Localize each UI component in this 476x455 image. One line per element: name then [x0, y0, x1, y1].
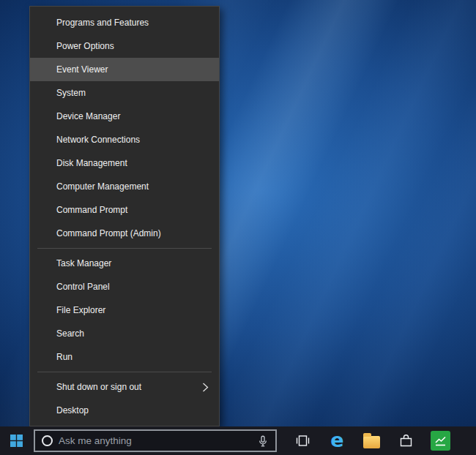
edge-icon: e: [330, 430, 343, 450]
file-explorer-button[interactable]: [354, 426, 389, 455]
menu-separator: [37, 248, 212, 249]
menu-item-disk-management[interactable]: Disk Management: [30, 151, 219, 175]
menu-separator: [37, 372, 212, 372]
menu-item-programs-and-features[interactable]: Programs and Features: [30, 11, 219, 34]
menu-item-label: Shut down or sign out: [56, 375, 141, 399]
task-view-button[interactable]: [286, 426, 320, 455]
menu-item-search[interactable]: Search: [30, 322, 219, 345]
menu-item-computer-management[interactable]: Computer Management: [30, 175, 219, 198]
store-button[interactable]: [389, 426, 423, 455]
menu-item-shut-down-or-sign-out[interactable]: Shut down or sign out: [30, 375, 219, 399]
menu-item-task-manager[interactable]: Task Manager: [30, 252, 219, 275]
chart-app-icon: [431, 431, 450, 451]
cortana-ring-icon: [42, 435, 53, 446]
taskbar: e: [0, 426, 476, 455]
menu-item-power-options[interactable]: Power Options: [30, 34, 219, 58]
menu-item-network-connections[interactable]: Network Connections: [30, 128, 219, 151]
menu-item-command-prompt-admin[interactable]: Command Prompt (Admin): [30, 222, 219, 245]
microphone-icon[interactable]: [256, 435, 269, 448]
menu-item-control-panel[interactable]: Control Panel: [30, 275, 219, 298]
screen: Programs and Features Power Options Even…: [0, 0, 476, 455]
menu-item-event-viewer[interactable]: Event Viewer: [30, 58, 219, 81]
menu-item-device-manager[interactable]: Device Manager: [30, 105, 219, 128]
start-button[interactable]: [0, 426, 32, 455]
menu-item-command-prompt[interactable]: Command Prompt: [30, 198, 219, 222]
submenu-arrow-icon: [202, 383, 209, 392]
taskbar-search[interactable]: [34, 429, 277, 452]
search-input[interactable]: [59, 435, 250, 446]
menu-item-run[interactable]: Run: [30, 345, 219, 369]
menu-item-desktop[interactable]: Desktop: [30, 399, 219, 422]
task-view-icon: [295, 433, 310, 448]
edge-button[interactable]: e: [320, 426, 354, 455]
store-icon: [398, 433, 414, 448]
windows-logo-icon: [10, 435, 23, 447]
menu-item-system[interactable]: System: [30, 81, 219, 105]
winx-menu: Programs and Features Power Options Even…: [29, 6, 220, 426]
folder-icon: [363, 436, 380, 448]
menu-item-file-explorer[interactable]: File Explorer: [30, 298, 219, 322]
taskbar-icons: e: [286, 426, 458, 455]
chart-app-button[interactable]: [423, 426, 458, 455]
